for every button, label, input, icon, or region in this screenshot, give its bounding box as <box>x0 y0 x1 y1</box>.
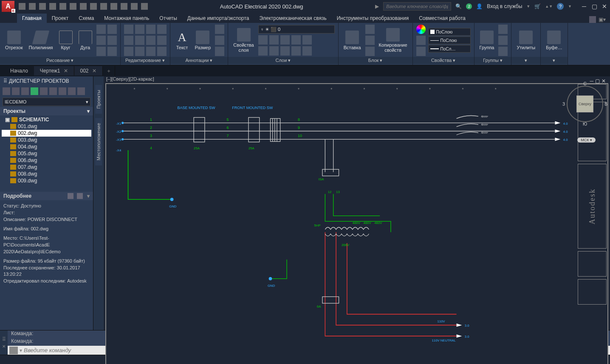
cmd-prompt-icon[interactable] <box>9 347 18 354</box>
fillet-icon[interactable] <box>146 36 155 45</box>
preview-thumb[interactable] <box>578 279 607 305</box>
panel-annot-title[interactable]: Аннотации ▾ <box>170 57 228 64</box>
tab-import[interactable]: Данные импорта/экспорта <box>182 14 254 23</box>
preview-thumb[interactable] <box>578 251 607 277</box>
tab-conversion[interactable]: Инструменты преобразования <box>332 14 414 23</box>
tab-project[interactable]: Проект <box>47 14 74 23</box>
utils-button[interactable]: Утилиты <box>515 29 537 52</box>
erase-icon[interactable] <box>157 25 167 34</box>
maximize-button[interactable]: ▢ <box>590 3 598 10</box>
tab-collab[interactable]: Совместная работа <box>414 14 471 23</box>
mirror-icon[interactable] <box>135 36 144 45</box>
color-combo[interactable]: ПоСлою <box>428 28 471 36</box>
layer-tool-icon[interactable] <box>269 46 279 56</box>
color-icon[interactable] <box>416 25 426 34</box>
draw-tool-icon[interactable] <box>107 47 117 56</box>
qat-undo-icon[interactable] <box>80 3 87 10</box>
explode-icon[interactable] <box>157 36 167 45</box>
qat-saveas-icon[interactable] <box>49 3 56 10</box>
doctab-1[interactable]: Чертеж1✕ <box>34 66 74 76</box>
qat-web-icon[interactable] <box>59 3 66 10</box>
array-icon[interactable] <box>146 47 155 56</box>
vp-maximize-icon[interactable]: ▢ <box>595 78 600 84</box>
offset-icon[interactable] <box>157 47 167 56</box>
layer-tool-icon[interactable] <box>269 35 279 45</box>
group-tool-icon[interactable] <box>498 25 508 34</box>
help-icon[interactable]: ? <box>557 3 564 10</box>
pm-tool-icon[interactable] <box>49 87 57 95</box>
qat-print-icon[interactable] <box>100 3 107 10</box>
qat-next-icon[interactable] <box>131 3 138 10</box>
qat-surf-icon[interactable] <box>141 3 148 10</box>
panel-block-title[interactable]: Блок ▾ <box>339 57 412 64</box>
qat-open-icon[interactable] <box>29 3 36 10</box>
tab-electromech[interactable]: Электромеханическая связь <box>254 14 332 23</box>
project-tree[interactable]: ▣SCHEMATIC 001.dwg002.dwg003.dwg004.dwg0… <box>0 115 93 192</box>
details-icon[interactable] <box>68 193 73 199</box>
tab-home[interactable]: Главная <box>17 14 47 23</box>
circle-button[interactable]: Круг <box>57 29 74 52</box>
projects-header[interactable]: Проекты▾ <box>0 107 93 115</box>
tab-panel[interactable]: Монтажная панель <box>99 14 154 23</box>
tree-file[interactable]: 004.dwg <box>2 143 91 150</box>
layer-tool-icon[interactable] <box>302 35 312 45</box>
pm-tool-icon[interactable] <box>40 87 48 95</box>
layer-tool-icon[interactable] <box>258 35 268 45</box>
doctab-start[interactable]: Начало <box>4 66 34 76</box>
qat-prev-icon[interactable] <box>121 3 127 10</box>
close-icon[interactable]: ✕ <box>92 68 96 74</box>
tree-file[interactable]: 008.dwg <box>2 171 91 177</box>
tab-reports[interactable]: Отчеты <box>154 14 182 23</box>
group-tool-icon[interactable] <box>498 36 508 45</box>
stretch-icon[interactable] <box>124 47 133 56</box>
qat-new-icon[interactable] <box>19 3 25 10</box>
pm-refresh-icon[interactable] <box>31 87 38 95</box>
vp-close-icon[interactable]: ✕ <box>602 78 606 84</box>
tree-file[interactable]: 003.dwg <box>2 137 91 143</box>
signin-link[interactable]: Вход в службы <box>487 3 522 9</box>
app-logo[interactable]: A <box>2 1 14 12</box>
clipboard-button[interactable]: Буфе… <box>544 29 564 52</box>
search-icon[interactable]: 🔍 <box>455 3 462 9</box>
group-tool-icon[interactable] <box>498 47 508 56</box>
doctab-new[interactable]: ＋ <box>103 66 115 76</box>
view-cube[interactable]: С Ю В З Сверху <box>570 89 600 119</box>
qat-save-icon[interactable] <box>39 3 46 10</box>
vtab-location[interactable]: Местоположение <box>95 118 102 165</box>
project-combo[interactable]: IECDEMO▾ <box>3 98 90 106</box>
pm-tool-icon[interactable] <box>68 87 76 95</box>
featured-apps-icon[interactable] <box>589 16 596 23</box>
tree-file[interactable]: 006.dwg <box>2 157 91 164</box>
panel-layers-title[interactable]: Слои ▾ <box>228 57 338 64</box>
block-tool-icon[interactable] <box>365 47 375 56</box>
draw-tool-icon[interactable] <box>107 25 117 34</box>
viewport-label[interactable]: [–][Сверху][2D-каркас] <box>104 76 610 81</box>
pm-tool-icon[interactable] <box>59 87 66 95</box>
tree-file[interactable]: 002.dwg <box>2 130 91 137</box>
leader-icon[interactable] <box>215 25 224 34</box>
minimize-button[interactable]: ─ <box>580 3 588 10</box>
close-icon[interactable]: ✕ <box>64 68 68 74</box>
lineweight-combo[interactable]: ПоСл… <box>428 45 471 53</box>
ribbon-minimize-icon[interactable]: ▣▾ <box>599 17 606 22</box>
arc-button[interactable]: Дуга <box>77 29 94 52</box>
table-icon[interactable] <box>215 36 224 45</box>
layer-tool-icon[interactable] <box>302 46 312 56</box>
polyline-button[interactable]: Полилиния <box>27 29 54 52</box>
linetype-combo[interactable]: ПоСлою <box>428 36 471 44</box>
prop-tool-icon[interactable] <box>416 47 426 56</box>
doctab-2[interactable]: 002✕ <box>74 66 103 76</box>
cmd-close-icon[interactable]: ✕ <box>2 344 6 349</box>
tree-folder[interactable]: ▣SCHEMATIC <box>2 116 91 123</box>
close-button[interactable]: ✕ <box>601 3 608 10</box>
layer-props-button[interactable]: Свойства слоя <box>232 26 255 54</box>
qat-plot-icon[interactable] <box>70 3 76 10</box>
drawing-canvas[interactable]: 4.0 4.0 4.0 1 2 3 5 6 7 8 9 10 BASE MOUN… <box>106 84 577 364</box>
details-icon[interactable] <box>77 193 83 199</box>
line-button[interactable]: Отрезок <box>3 29 24 52</box>
app-switch-icon[interactable]: ▲▼ <box>545 4 553 8</box>
viewcube-face[interactable]: Сверху <box>576 95 593 112</box>
tree-file[interactable]: 001.dwg <box>2 123 91 130</box>
block-tool-icon[interactable] <box>365 36 375 45</box>
panel-draw-title[interactable]: Рисование ▾ <box>0 57 120 64</box>
